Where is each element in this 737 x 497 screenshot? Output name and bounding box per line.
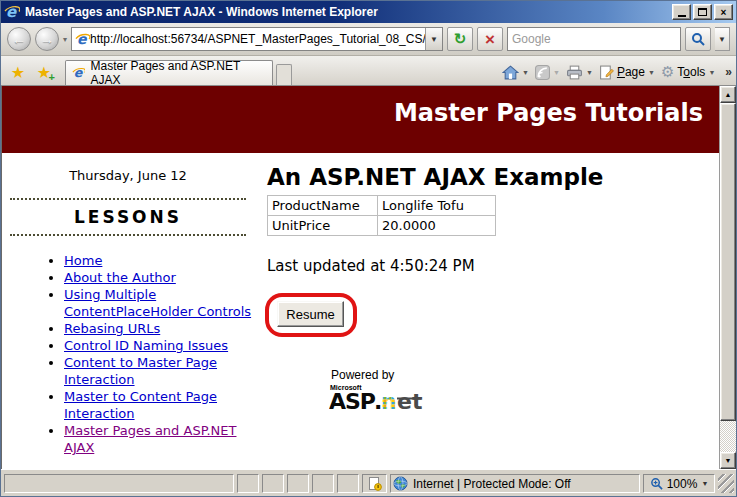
stop-button[interactable]: ×: [477, 27, 503, 51]
sidebar-link-about-author[interactable]: About the Author: [64, 270, 176, 285]
resize-grip[interactable]: [718, 474, 734, 493]
status-cell: [237, 474, 259, 493]
svg-text:n: n: [381, 389, 397, 412]
plus-icon: +: [49, 71, 55, 83]
add-favorite-button[interactable]: ★+: [31, 60, 57, 84]
site-banner: Master Pages Tutorials: [2, 86, 719, 153]
feeds-icon[interactable]: [535, 65, 550, 80]
new-tab-button[interactable]: [276, 64, 292, 85]
table-cell: UnitPrice: [268, 216, 378, 236]
sidebar: Thursday, June 12 LESSONS Home About the…: [2, 153, 254, 469]
security-zone-cell: Internet | Protected Mode: Off: [390, 474, 640, 493]
svg-text:et: et: [397, 389, 423, 412]
product-table: ProductName Longlife Tofu UnitPrice 20.0…: [267, 195, 496, 236]
tools-menu-button[interactable]: Tools: [677, 65, 705, 79]
home-dropdown-icon[interactable]: ▼: [522, 69, 529, 76]
status-message-cell: [4, 474, 234, 493]
close-icon: ×: [721, 7, 727, 18]
refresh-icon: ↻: [454, 30, 467, 48]
web-page: Master Pages Tutorials Thursday, June 12…: [2, 86, 719, 469]
internet-globe-icon: [393, 476, 408, 491]
url-input[interactable]: [90, 28, 425, 50]
svg-text:ASP: ASP: [329, 389, 376, 412]
sidebar-link-master-to-content[interactable]: Master to Content Page Interaction: [64, 389, 217, 421]
lessons-heading: LESSONS: [74, 207, 182, 227]
date-label: Thursday, June 12: [2, 168, 254, 183]
feeds-dropdown-icon: ▼: [553, 69, 560, 76]
page-alert-cell: [362, 474, 387, 493]
list-item: Using Multiple ContentPlaceHolder Contro…: [64, 286, 254, 320]
maximize-icon: [698, 8, 707, 16]
url-dropdown-button[interactable]: ▼: [425, 28, 442, 50]
page-viewport: Master Pages Tutorials Thursday, June 12…: [1, 86, 736, 469]
zoom-control[interactable]: 100% ▼: [643, 474, 715, 493]
maximize-button[interactable]: [693, 4, 712, 20]
page-dropdown-icon[interactable]: ▼: [648, 69, 655, 76]
table-cell: Longlife Tofu: [378, 196, 496, 216]
vertical-scrollbar[interactable]: ▲ ▼: [719, 86, 736, 469]
browser-window: e Master Pages and ASP.NET AJAX - Window…: [0, 0, 737, 497]
history-dropdown-icon[interactable]: ▾: [63, 35, 67, 44]
lessons-heading-box: LESSONS: [10, 198, 246, 236]
sidebar-link-rebasing-urls[interactable]: Rebasing URLs: [64, 321, 160, 336]
ie-favicon: e: [75, 32, 90, 47]
scroll-up-button[interactable]: ▲: [720, 86, 736, 103]
sidebar-link-content-to-master[interactable]: Content to Master Page Interaction: [64, 355, 217, 387]
scrollbar-thumb[interactable]: [720, 103, 736, 421]
refresh-button[interactable]: ↻: [447, 27, 473, 51]
table-cell: ProductName: [268, 196, 378, 216]
star-icon: ★: [11, 63, 25, 82]
ie-favicon: e: [72, 66, 85, 80]
triangle-up-icon: ▲: [725, 91, 732, 98]
table-cell: 20.0000: [378, 216, 496, 236]
minimize-icon: [678, 15, 686, 17]
back-button[interactable]: ←: [7, 27, 31, 51]
minimize-button[interactable]: [672, 4, 691, 20]
zoom-magnifier-icon: [650, 477, 663, 490]
tab-active[interactable]: e Master Pages and ASP.NET AJAX: [65, 60, 273, 85]
close-button[interactable]: ×: [714, 4, 733, 20]
sidebar-link-home[interactable]: Home: [64, 253, 102, 268]
forward-arrow-icon: →: [40, 31, 54, 47]
sidebar-link-control-id-naming[interactable]: Control ID Naming Issues: [64, 338, 228, 353]
status-cell: [262, 474, 284, 493]
resume-area: Resume: [267, 300, 719, 352]
print-icon[interactable]: [566, 65, 583, 80]
search-button[interactable]: [685, 27, 711, 51]
scrollbar-track[interactable]: [720, 103, 736, 452]
aspnet-logo-image: Microsoft ASP . n et: [329, 382, 439, 412]
forward-button[interactable]: →: [35, 27, 59, 51]
home-icon[interactable]: [502, 65, 519, 80]
aspnet-logo: Powered by Microsoft: [329, 368, 719, 416]
resume-button[interactable]: Resume: [277, 301, 344, 327]
chevron-down-icon: ▼: [430, 35, 438, 44]
table-row: ProductName Longlife Tofu: [268, 196, 496, 216]
favorites-center-button[interactable]: ★: [5, 60, 31, 84]
list-item: Home: [64, 252, 254, 269]
sidebar-link-multiple-contentplaceholder[interactable]: Using Multiple ContentPlaceHolder Contro…: [64, 287, 251, 319]
list-item: Control ID Naming Issues: [64, 337, 254, 354]
zoom-dropdown-icon[interactable]: ▼: [701, 480, 708, 487]
zoom-level-label: 100%: [667, 477, 698, 491]
list-item: Rebasing URLs: [64, 320, 254, 337]
search-options-dropdown[interactable]: ▼: [715, 27, 730, 51]
sidebar-link-masterpages-ajax[interactable]: Master Pages and ASP.NET AJAX: [64, 423, 236, 455]
main-content: An ASP.NET AJAX Example ProductName Long…: [254, 153, 719, 469]
list-item: About the Author: [64, 269, 254, 286]
list-item: Content to Master Page Interaction: [64, 354, 254, 388]
page-menu-button[interactable]: Page: [617, 65, 645, 79]
more-buttons-icon[interactable]: »: [725, 65, 732, 79]
back-arrow-icon: ←: [12, 31, 26, 47]
page-icon[interactable]: [599, 65, 614, 80]
print-dropdown-icon[interactable]: ▼: [586, 69, 593, 76]
triangle-down-icon: ▼: [725, 457, 732, 464]
status-bar: Internet | Protected Mode: Off 100% ▼: [1, 469, 736, 496]
search-input[interactable]: [508, 32, 680, 46]
lessons-link-list: Home About the Author Using Multiple Con…: [2, 252, 254, 456]
tools-dropdown-icon[interactable]: ▼: [708, 69, 715, 76]
search-box: [507, 27, 681, 51]
window-title: Master Pages and ASP.NET AJAX - Windows …: [25, 5, 670, 19]
table-row: UnitPrice 20.0000: [268, 216, 496, 236]
scroll-down-button[interactable]: ▼: [720, 452, 736, 469]
tools-gear-icon[interactable]: ⚙: [661, 63, 674, 81]
